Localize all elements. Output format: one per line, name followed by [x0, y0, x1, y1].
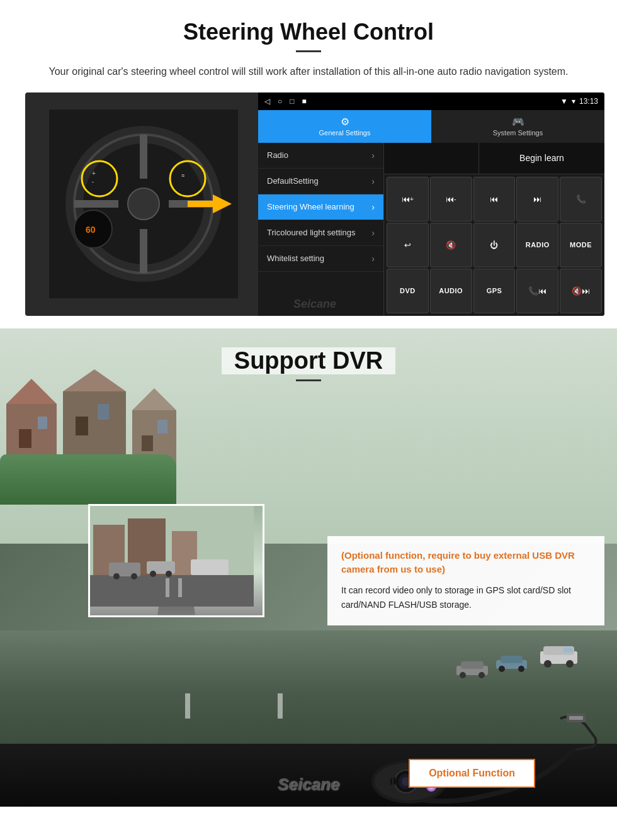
svg-point-53: [131, 573, 137, 580]
steering-title: Steering Wheel Control: [25, 19, 592, 45]
steering-description: Your original car's steering wheel contr…: [38, 64, 579, 80]
tab-system-settings[interactable]: 🎮 System Settings: [431, 110, 604, 143]
svg-rect-24: [98, 404, 109, 420]
steering-wheel-svg: + - ≡ 60: [49, 109, 238, 298]
android-ui-panel: ◁ ○ □ ■ ▼ ▾ 13:13 ⚙ General Settings: [258, 92, 604, 316]
settings-content: Radio › DefaultSetting › Steering Wheel …: [258, 143, 604, 316]
seicane-brand-bottom: Seicane: [278, 775, 339, 794]
car-3-suv: [538, 644, 579, 671]
car-1: [453, 656, 491, 681]
thumb-scene-svg: [90, 506, 254, 607]
recents-icon[interactable]: □: [290, 97, 294, 106]
svg-rect-41: [563, 647, 573, 652]
wifi-icon: ▾: [572, 97, 575, 106]
hangup-btn[interactable]: ↩: [387, 223, 429, 267]
nav-icons: ◁ ○ □ ■: [264, 97, 307, 106]
seicane-watermark: Seicane: [293, 298, 336, 311]
arrow-icon: ›: [371, 150, 375, 160]
mute-next-btn[interactable]: 🔇⏭: [560, 269, 602, 313]
svg-rect-65: [393, 777, 395, 785]
vol-up-btn[interactable]: ⏮+: [387, 177, 429, 221]
svg-marker-26: [132, 388, 176, 410]
menu-tricoloured-label: Tricoloured light settings: [267, 228, 355, 237]
car-2: [494, 652, 529, 675]
menu-default-label: DefaultSetting: [267, 176, 319, 186]
svg-text:+: +: [92, 170, 96, 177]
signal-icon: ▼: [560, 97, 568, 106]
control-button-grid: ⏮+ ⏮- ⏮ ⏭ 📞 ↩ 🔇 ⏻ RADIO MODE DVD AUDIO G…: [384, 174, 604, 316]
dvr-optional-text: (Optional function, require to buy exter…: [341, 549, 591, 577]
menu-item-steering[interactable]: Steering Wheel learning ›: [258, 194, 383, 220]
svg-rect-64: [390, 778, 392, 785]
arrow-icon: ›: [371, 202, 375, 212]
svg-rect-30: [461, 661, 484, 669]
system-icon: 🎮: [512, 116, 524, 128]
svg-point-40: [566, 660, 574, 668]
vol-down-btn[interactable]: ⏮-: [430, 177, 472, 221]
menu-item-default[interactable]: DefaultSetting ›: [258, 169, 383, 194]
begin-learn-button[interactable]: Begin learn: [478, 143, 604, 174]
dvr-description-text: It can record video only to storage in G…: [341, 583, 591, 613]
svg-rect-51: [191, 559, 229, 575]
dvr-divider: [296, 379, 321, 381]
optional-function-button[interactable]: Optional Function: [409, 759, 535, 788]
home-icon[interactable]: ○: [278, 97, 282, 106]
status-right: ▼ ▾ 13:13: [560, 97, 598, 106]
svg-point-35: [499, 666, 505, 672]
arrow-icon: ›: [371, 176, 375, 186]
spacer: [384, 143, 478, 174]
svg-point-54: [150, 571, 156, 577]
svg-text:60: 60: [86, 225, 96, 235]
call-prev-btn[interactable]: 📞⏮: [516, 269, 558, 313]
svg-rect-20: [38, 417, 47, 429]
settings-right-panel: Begin learn ⏮+ ⏮- ⏮ ⏭ 📞 ↩ 🔇 ⏻ RADIO MODE: [384, 143, 604, 316]
arrow-icon: ›: [371, 228, 375, 238]
svg-rect-48: [178, 578, 182, 597]
menu-icon[interactable]: ■: [302, 97, 307, 106]
menu-item-tricoloured[interactable]: Tricoloured light settings ›: [258, 220, 383, 246]
svg-rect-14: [188, 201, 213, 207]
dvr-thumbnail: [88, 504, 264, 617]
svg-point-7: [128, 188, 159, 220]
dvd-btn[interactable]: DVD: [387, 269, 429, 313]
svg-rect-19: [19, 429, 31, 448]
tab-general-label: General Settings: [319, 129, 371, 137]
menu-whitelist-label: Whitelist setting: [267, 254, 324, 263]
dvr-title: Support DVR: [222, 347, 395, 374]
dvr-section: Support DVR: [0, 328, 617, 807]
svg-rect-27: [142, 435, 153, 451]
settings-tabs: ⚙ General Settings 🎮 System Settings: [258, 110, 604, 143]
steering-container: + - ≡ 60 ◁ ○ □ ■: [25, 92, 604, 316]
power-btn[interactable]: ⏻: [473, 223, 516, 267]
steering-wheel-image: + - ≡ 60: [25, 92, 261, 316]
svg-rect-34: [501, 656, 523, 663]
mute-btn[interactable]: 🔇: [430, 223, 472, 267]
svg-point-32: [478, 672, 485, 678]
gps-btn[interactable]: GPS: [473, 269, 516, 313]
mode-btn[interactable]: MODE: [560, 223, 602, 267]
tab-general-settings[interactable]: ⚙ General Settings: [258, 110, 431, 143]
radio-btn[interactable]: RADIO: [516, 223, 558, 267]
svg-rect-66: [397, 776, 399, 785]
steering-section: Steering Wheel Control Your original car…: [0, 0, 617, 328]
audio-btn[interactable]: AUDIO: [430, 269, 472, 313]
svg-text:≡: ≡: [181, 172, 184, 179]
next-btn[interactable]: ⏭: [516, 177, 558, 221]
menu-item-radio[interactable]: Radio ›: [258, 143, 383, 169]
back-icon[interactable]: ◁: [264, 97, 270, 106]
menu-item-whitelist[interactable]: Whitelist setting ›: [258, 246, 383, 272]
tab-system-label: System Settings: [493, 129, 543, 137]
road-line-2: [278, 693, 283, 719]
svg-point-52: [113, 573, 120, 580]
dvr-thumb-inner: [90, 506, 263, 615]
svg-text:-: -: [92, 178, 94, 185]
prev-btn[interactable]: ⏮: [473, 177, 516, 221]
hedge-left: [0, 454, 176, 505]
svg-rect-47: [166, 578, 169, 597]
suv-svg: [538, 644, 579, 669]
svg-point-36: [518, 666, 524, 672]
settings-menu: Radio › DefaultSetting › Steering Wheel …: [258, 143, 384, 316]
call-btn[interactable]: 📞: [560, 177, 602, 221]
svg-point-55: [166, 571, 172, 577]
car-svg-1: [453, 656, 491, 678]
